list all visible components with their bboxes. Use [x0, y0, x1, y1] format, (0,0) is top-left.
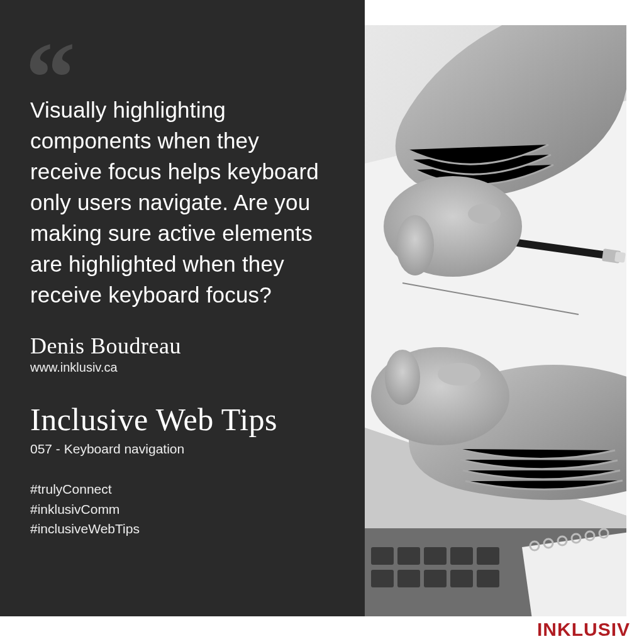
quote-text: Visually highlighting components when th… [30, 94, 332, 310]
author-name: Denis Boudreau [30, 333, 335, 359]
photo-hands-writing [365, 25, 626, 616]
svg-point-31 [438, 363, 480, 386]
author-website: www.inklusiv.ca [30, 360, 335, 375]
brand-wordmark: INKLUSIV [537, 619, 630, 640]
svg-rect-9 [371, 570, 394, 587]
svg-rect-5 [397, 547, 420, 565]
episode-label: 057 - Keyboard navigation [30, 441, 335, 457]
svg-rect-10 [397, 570, 420, 587]
hashtag-list: #trulyConnect #inklusivComm #inclusiveWe… [30, 479, 335, 539]
svg-point-30 [385, 350, 420, 405]
quote-panel: “ Visually highlighting components when … [0, 0, 365, 616]
svg-rect-7 [450, 547, 473, 565]
svg-rect-23 [614, 252, 626, 263]
quote-mark-icon: “ [25, 58, 64, 98]
svg-point-26 [396, 215, 434, 275]
svg-rect-11 [424, 570, 447, 587]
hashtag: #trulyConnect [30, 479, 335, 499]
hashtag: #inclusiveWebTips [30, 519, 335, 539]
svg-rect-12 [450, 570, 473, 587]
svg-rect-13 [477, 570, 499, 587]
svg-point-27 [468, 204, 501, 224]
svg-rect-6 [424, 547, 447, 565]
hashtag: #inklusivComm [30, 499, 335, 519]
series-title: Inclusive Web Tips [30, 401, 335, 438]
svg-rect-4 [371, 547, 394, 565]
svg-rect-8 [477, 547, 499, 565]
social-card: “ Visually highlighting components when … [0, 0, 644, 644]
